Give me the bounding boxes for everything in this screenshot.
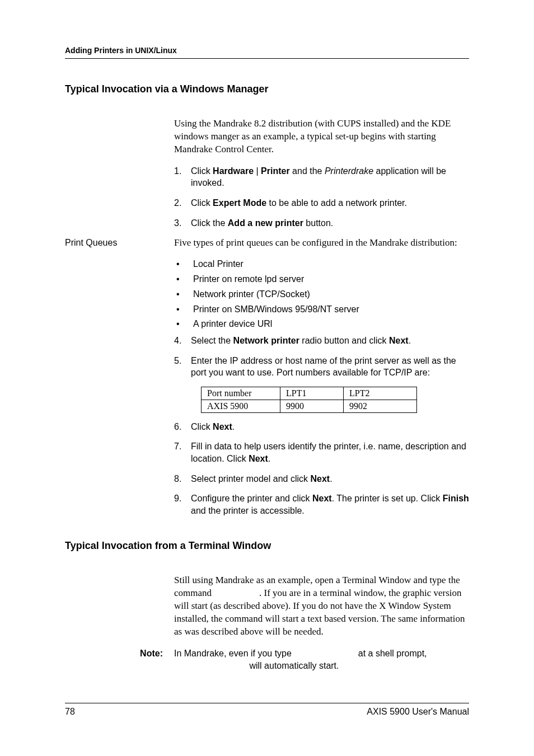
step-number: 4. — [174, 335, 191, 347]
section2-body: Still using Mandrake as an example, open… — [174, 574, 469, 638]
section1-steps: 1. Click Hardware | Printer and the Prin… — [174, 165, 469, 229]
step-3: 3. Click the Add a new printer button. — [174, 217, 469, 229]
table-cell: AXIS 5900 — [202, 400, 280, 412]
step-1: 1. Click Hardware | Printer and the Prin… — [174, 165, 469, 189]
step-number: 3. — [174, 217, 191, 229]
bullet-icon: • — [174, 259, 193, 270]
table-cell: 9900 — [280, 400, 344, 412]
list-item: •Printer on remote lpd server — [174, 274, 469, 285]
step-number: 7. — [174, 440, 191, 464]
section1-intro: Using the Mandrake 8.2 distribution (wit… — [174, 118, 469, 156]
note-main: In Mandrake, even if you type at a shell… — [174, 647, 469, 672]
bullet-icon: • — [174, 289, 193, 300]
page-number: 78 — [65, 707, 75, 717]
section1-body: Using the Mandrake 8.2 distribution (wit… — [174, 118, 469, 229]
table-cell: 9902 — [344, 400, 417, 412]
step-text: Select printer model and click Next. — [191, 473, 469, 485]
print-queues-label: Print Queues — [65, 237, 174, 248]
section2-para: Still using Mandrake as an example, open… — [174, 574, 469, 638]
print-queues-intro: Five types of print queues can be config… — [174, 237, 469, 250]
step-5: 5. Enter the IP address or host name of … — [174, 355, 469, 379]
table-cell: Port number — [202, 387, 280, 400]
note-text: In Mandrake, even if you type at a shell… — [174, 647, 469, 672]
step-text: Select the Network printer radio button … — [191, 335, 469, 347]
step-number: 8. — [174, 473, 191, 485]
step-number: 6. — [174, 421, 191, 433]
bullet-icon: • — [174, 318, 193, 330]
step-number: 1. — [174, 165, 191, 189]
print-queues-main: Five types of print queues can be config… — [174, 237, 469, 524]
table-cell: LPT2 — [344, 387, 417, 400]
step-text: Click Hardware | Printer and the Printer… — [191, 165, 469, 189]
step-text: Click the Add a new printer button. — [191, 217, 469, 229]
step-text: Fill in data to help users identify the … — [191, 440, 469, 464]
note-label: Note: — [65, 647, 174, 659]
print-queues-block: Print Queues Five types of print queues … — [65, 237, 469, 524]
list-item: •Local Printer — [174, 259, 469, 270]
note-block: Note: In Mandrake, even if you type at a… — [65, 647, 469, 672]
step-text: Click Expert Mode to be able to add a ne… — [191, 197, 469, 209]
footer: 78 AXIS 5900 User's Manual — [65, 703, 469, 717]
section-title-1: Typical Invocation via a Windows Manager — [65, 83, 469, 95]
print-queues-steps: 4. Select the Network printer radio butt… — [174, 335, 469, 379]
list-item: •A printer device URl — [174, 318, 469, 330]
step-2: 2. Click Expert Mode to be able to add a… — [174, 197, 469, 209]
step-number: 2. — [174, 197, 191, 209]
step-8: 8. Select printer model and click Next. — [174, 473, 469, 485]
running-head: Adding Printers in UNIX/Linux — [65, 46, 469, 59]
table-row: Port number LPT1 LPT2 — [202, 387, 417, 400]
print-queues-steps-2: 6. Click Next. 7. Fill in data to help u… — [174, 421, 469, 517]
table-cell: LPT1 — [280, 387, 344, 400]
step-text: Configure the printer and click Next. Th… — [191, 492, 469, 516]
table-row: AXIS 5900 9900 9902 — [202, 400, 417, 412]
list-item: •Printer on SMB/Windows 95/98/NT server — [174, 304, 469, 316]
doc-title: AXIS 5900 User's Manual — [367, 707, 469, 717]
port-table: Port number LPT1 LPT2 AXIS 5900 9900 990… — [201, 387, 417, 413]
step-text: Click Next. — [191, 421, 469, 433]
page: Adding Printers in UNIX/Linux Typical In… — [0, 0, 534, 756]
step-6: 6. Click Next. — [174, 421, 469, 433]
step-number: 9. — [174, 492, 191, 516]
section-title-2: Typical Invocation from a Terminal Windo… — [65, 540, 469, 552]
list-item: •Network printer (TCP/Socket) — [174, 289, 469, 300]
step-9: 9. Configure the printer and click Next.… — [174, 492, 469, 516]
bullet-icon: • — [174, 304, 193, 316]
step-4: 4. Select the Network printer radio butt… — [174, 335, 469, 347]
step-number: 5. — [174, 355, 191, 379]
step-text: Enter the IP address or host name of the… — [191, 355, 469, 379]
step-7: 7. Fill in data to help users identify t… — [174, 440, 469, 464]
bullet-icon: • — [174, 274, 193, 285]
print-queues-bullets: •Local Printer •Printer on remote lpd se… — [174, 259, 469, 330]
